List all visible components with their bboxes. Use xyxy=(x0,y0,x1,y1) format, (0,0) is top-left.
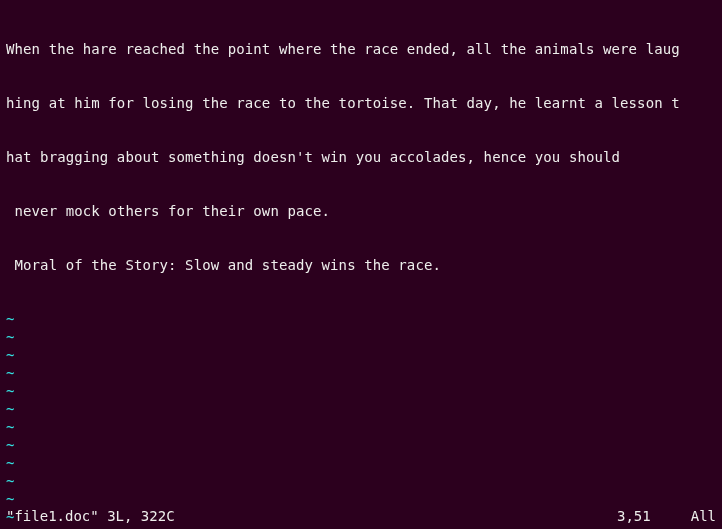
empty-line-marker: ~ xyxy=(6,436,716,454)
empty-line-marker: ~ xyxy=(6,454,716,472)
editor-buffer[interactable]: When the hare reached the point where th… xyxy=(6,4,716,529)
empty-line-marker: ~ xyxy=(6,490,716,508)
empty-line-marker: ~ xyxy=(6,328,716,346)
status-fileinfo: 3L, 322C xyxy=(107,508,174,524)
empty-line-marker: ~ xyxy=(6,346,716,364)
status-filename: "file1.doc" xyxy=(6,508,99,524)
status-file: "file1.doc" 3L, 322C xyxy=(6,507,175,525)
buffer-line[interactable]: Moral of the Story: Slow and steady wins… xyxy=(6,256,716,274)
vim-terminal[interactable]: When the hare reached the point where th… xyxy=(0,0,722,529)
buffer-line[interactable]: When the hare reached the point where th… xyxy=(6,40,716,58)
empty-line-marker: ~ xyxy=(6,472,716,490)
empty-line-marker: ~ xyxy=(6,382,716,400)
empty-line-marker: ~ xyxy=(6,400,716,418)
empty-line-marker: ~ xyxy=(6,418,716,436)
status-spacer xyxy=(175,507,617,525)
empty-line-marker: ~ xyxy=(6,364,716,382)
status-scroll-indicator: All xyxy=(691,507,716,525)
status-line: "file1.doc" 3L, 322C 3,51 All xyxy=(6,507,716,525)
empty-line-marker: ~ xyxy=(6,310,716,328)
status-cursor-position: 3,51 xyxy=(617,507,691,525)
buffer-line[interactable]: hat bragging about something doesn't win… xyxy=(6,148,716,166)
buffer-line[interactable]: hing at him for losing the race to the t… xyxy=(6,94,716,112)
buffer-line[interactable]: never mock others for their own pace. xyxy=(6,202,716,220)
empty-lines: ~~~~~~~~~~~~~~~~~~~~~~ xyxy=(6,310,716,529)
